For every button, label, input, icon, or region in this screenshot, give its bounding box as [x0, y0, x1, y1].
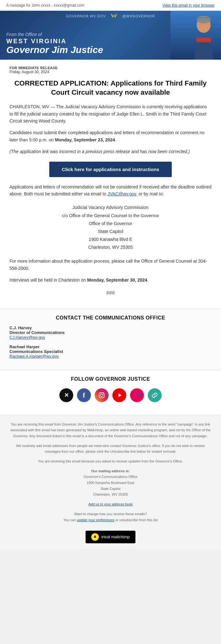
twitter-label: @WVGOVERNOR: [122, 14, 155, 18]
mailchimp-logo-icon: [91, 533, 99, 541]
mailing-line-1: Governor's Communications Office: [84, 475, 137, 479]
svg-point-5: [100, 394, 103, 397]
mailchimp-badge: intuit mailchimp: [86, 531, 135, 543]
footer-disclaimer-1: You are receiving this email from Govern…: [9, 421, 212, 439]
address-line-5: 1900 Kanawha Blvd E: [9, 236, 212, 243]
twitter-x-icon[interactable]: ✕: [59, 388, 73, 402]
body-para-4: For more information about the applicati…: [9, 258, 212, 272]
footer-section: You are receiving this email from Govern…: [0, 415, 221, 550]
body-para-3: Applications and letters of recommendati…: [9, 183, 212, 198]
follow-heading: FOLLOW GOVERNOR JUSTICE: [9, 376, 212, 382]
follow-section: FOLLOW GOVERNOR JUSTICE ✕ f: [0, 370, 221, 415]
instagram-icon[interactable]: [95, 388, 109, 402]
main-headline: CORRECTED APPLICATION: Applications for …: [9, 79, 212, 97]
mailing-line-3: State Capitol: [101, 487, 121, 491]
website-label: GOVERNOR.WV.GOV: [66, 14, 106, 18]
flickr-icon[interactable]: [130, 388, 144, 402]
header-governor-name: Governor Jim Justice: [6, 45, 103, 55]
body-content: FOR IMMEDIATE RELEASE Friday, August 30,…: [0, 60, 221, 308]
governor-portrait: [170, 11, 221, 60]
contact-2-name: Rachael Harper: [9, 344, 212, 349]
address-line-6: Charleston, WV 25305: [9, 243, 212, 251]
mailing-address-block: Judicial Vacancy Advisory Commission c/o…: [9, 204, 212, 251]
footer-mailing-block: Our mailing address is: Governor's Commu…: [9, 468, 212, 498]
address-line-1: Judicial Vacancy Advisory Commission: [9, 204, 212, 212]
contact-section: CONTACT THE COMMUNICATIONS OFFICE C.J. H…: [0, 308, 221, 370]
footer-disclaimer-3: You are receiving this email because you…: [9, 458, 212, 464]
add-address-para: Add us to your address book: [9, 501, 212, 507]
deadline-date: Monday, September 23, 2024: [55, 137, 115, 142]
contact-2-email[interactable]: Rachael.A.Harper@wv.gov: [9, 354, 212, 359]
address-line-3: Office of the Governor: [9, 220, 212, 228]
top-bar: A message for John xxxxx - xxxxx@gmail.c…: [0, 0, 221, 11]
header-from-text: From the Office of: [6, 32, 103, 37]
add-address-link[interactable]: Add us to your address book: [88, 502, 133, 506]
body-para-3-suffix: , or by mail to:: [136, 191, 164, 196]
contact-2-title: Communications Specialist: [9, 349, 212, 354]
svg-point-6: [103, 393, 104, 394]
body-para-5-prefix: Interviews will be held in Charleston on: [9, 277, 87, 283]
correction-note: (The application link was incorrect in a…: [9, 148, 212, 155]
svg-point-10: [94, 536, 95, 537]
mailing-line-4: Charleston, WV 25305: [93, 492, 128, 496]
mailchimp-badge-link[interactable]: intuit mailchimp: [86, 537, 135, 540]
you-can-text: You can: [63, 518, 77, 522]
body-para-2: Candidates must submit their completed a…: [9, 129, 212, 143]
body-para-1: CHARLESTON, WV — The Judicial Vacancy Ad…: [9, 103, 212, 124]
end-mark: ###: [9, 290, 212, 296]
contact-heading: CONTACT THE COMMUNICATIONS OFFICE: [9, 315, 212, 321]
cta-container: Click here for applications and instruct…: [9, 162, 212, 177]
svg-point-11: [95, 536, 96, 537]
header-content: From the Office of WEST VIRGINIA Governo…: [6, 32, 103, 60]
youtube-icon[interactable]: [112, 388, 126, 402]
body-para-5-suffix: .: [147, 277, 148, 283]
press-release-label: FOR IMMEDIATE RELEASE Friday, August 30,…: [9, 66, 212, 74]
jvac-email-link[interactable]: JVAC@wv.gov: [108, 191, 136, 196]
interview-date: Monday, September 30, 2024: [87, 277, 147, 283]
body-para-5: Interviews will be held in Charleston on…: [9, 277, 212, 283]
link-icon[interactable]: [148, 388, 162, 402]
update-preferences-link[interactable]: update your preferences: [77, 518, 114, 522]
change-preferences-para: Want to change how you receive these ema…: [9, 511, 212, 523]
mailchimp-label: intuit mailchimp: [101, 534, 130, 540]
body-para-2-suffix: .: [115, 137, 116, 142]
facebook-icon[interactable]: f: [77, 388, 91, 402]
mailing-label: Our mailing address is:: [91, 469, 130, 473]
footer-disclaimer-2: We routinely add email addresses from pe…: [9, 443, 212, 455]
header-state: WEST VIRGINIA: [6, 38, 103, 45]
contact-1-email[interactable]: CJ.Harvey@wv.gov: [9, 335, 212, 340]
address-line-2: c/o Office of the General Counsel to the…: [9, 212, 212, 220]
applications-button[interactable]: Click here for applications and instruct…: [49, 162, 172, 177]
view-in-browser-link[interactable]: View this email in your browser: [163, 3, 215, 8]
mailchimp-container: intuit mailchimp: [9, 528, 212, 543]
wv-logo-icon: [110, 13, 117, 19]
header-banner: GOVERNOR.WV.GOV @WVGOVERNOR From the Off…: [0, 11, 221, 60]
svg-marker-7: [118, 393, 122, 397]
contact-1-name: C.J. Harvey: [9, 325, 212, 330]
change-text: Want to change how you receive these ema…: [74, 512, 147, 516]
contact-person-1: C.J. Harvey Director of Communications C…: [9, 325, 212, 340]
contact-1-title: Director of Communications: [9, 330, 212, 335]
portrait-svg: [170, 11, 221, 60]
svg-rect-2: [196, 38, 211, 42]
top-bar-message: A message for John xxxxx - xxxxx@gmail.c…: [6, 3, 84, 8]
address-line-4: State Capitol: [9, 228, 212, 236]
social-icons-row: ✕ f: [9, 388, 212, 402]
unsubscribe-text: or unsubscribe from this list: [115, 518, 158, 522]
contact-person-2: Rachael Harper Communications Specialist…: [9, 344, 212, 359]
svg-point-3: [197, 16, 211, 23]
mailing-line-2: 1900 Kanawha Boulevard East: [87, 481, 134, 485]
